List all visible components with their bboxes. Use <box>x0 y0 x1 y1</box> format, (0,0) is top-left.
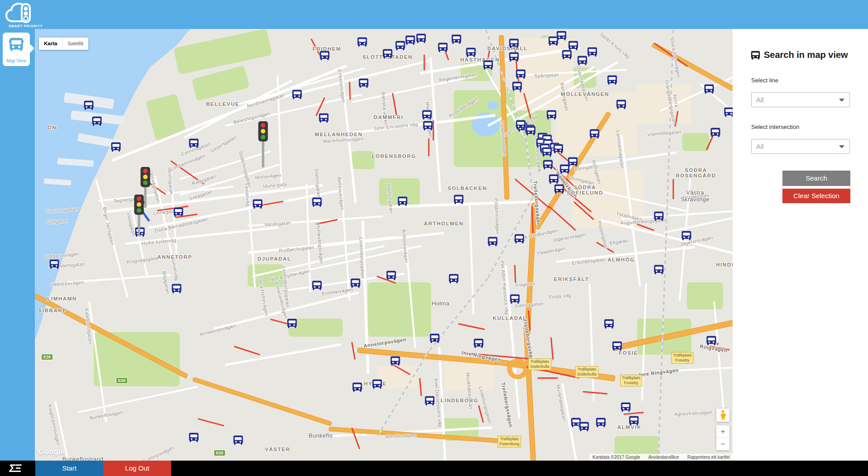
bus-marker[interactable] <box>438 42 448 52</box>
route-segment-red[interactable] <box>351 342 356 360</box>
bus-marker[interactable] <box>483 60 494 70</box>
bus-marker[interactable] <box>509 52 519 62</box>
bus-marker[interactable] <box>111 142 121 152</box>
bus-marker[interactable] <box>454 194 464 205</box>
bus-marker[interactable] <box>547 109 557 120</box>
route-segment-red[interactable] <box>419 378 422 396</box>
bus-marker[interactable] <box>398 196 408 206</box>
search-button[interactable]: Search <box>782 171 850 186</box>
bus-marker[interactable] <box>386 270 397 281</box>
route-segment-red[interactable] <box>673 179 674 200</box>
bus-marker[interactable] <box>319 113 329 123</box>
clear-selection-button[interactable]: Clear Selection <box>782 189 850 203</box>
street-view-pegman[interactable] <box>716 409 729 422</box>
bus-marker[interactable] <box>553 143 564 154</box>
route-segment-red[interactable] <box>551 337 554 360</box>
attribution-terms-link[interactable]: Användarvillkor <box>648 455 679 460</box>
bus-marker[interactable] <box>430 333 440 343</box>
route-segment-red[interactable] <box>623 412 644 415</box>
bus-marker[interactable] <box>92 116 102 126</box>
bus-marker[interactable] <box>233 435 244 445</box>
bus-marker[interactable] <box>590 129 600 139</box>
bus-marker[interactable] <box>512 81 523 91</box>
bus-marker[interactable] <box>612 341 623 351</box>
route-segment-red[interactable] <box>234 346 260 355</box>
bus-marker[interactable] <box>607 75 618 85</box>
bus-marker[interactable] <box>542 147 552 157</box>
bus-marker[interactable] <box>405 35 416 45</box>
bus-marker[interactable] <box>312 197 322 207</box>
route-segment-red[interactable] <box>198 418 225 426</box>
bus-marker[interactable] <box>568 40 579 51</box>
route-segment-red[interactable] <box>428 138 430 157</box>
map[interactable]: RegementsgatanMariedalsvägenLimhamnsväge… <box>35 29 733 461</box>
bus-marker[interactable] <box>556 30 567 41</box>
bus-marker[interactable] <box>383 48 393 59</box>
route-segment-red[interactable] <box>392 93 398 115</box>
bus-marker[interactable] <box>704 84 715 94</box>
traffic-light-marker[interactable] <box>134 195 144 236</box>
bus-marker[interactable] <box>253 199 263 209</box>
bus-marker[interactable] <box>654 211 664 221</box>
route-segment-red[interactable] <box>583 391 608 395</box>
bus-marker[interactable] <box>587 47 598 57</box>
bus-marker[interactable] <box>422 109 432 120</box>
bus-marker[interactable] <box>172 283 182 294</box>
bus-marker[interactable] <box>189 138 199 148</box>
bus-marker[interactable] <box>350 278 361 288</box>
bus-marker[interactable] <box>509 38 519 48</box>
bus-marker[interactable] <box>423 120 433 131</box>
map-type-satellit[interactable]: Satellit <box>62 38 88 50</box>
logout-button[interactable]: Log Out <box>103 461 171 476</box>
bus-marker[interactable] <box>554 184 565 194</box>
bus-marker[interactable] <box>359 78 369 88</box>
sidebar-item-map-view[interactable]: Map View <box>3 33 30 66</box>
bus-marker[interactable] <box>616 99 627 109</box>
select-line-dropdown[interactable]: All <box>751 92 850 107</box>
bus-marker[interactable] <box>189 432 199 443</box>
bus-marker[interactable] <box>488 236 498 247</box>
route-segment-red[interactable] <box>349 81 351 100</box>
bus-marker[interactable] <box>466 47 476 57</box>
bus-marker[interactable] <box>596 417 606 428</box>
bus-marker[interactable] <box>390 356 401 366</box>
bus-marker[interactable] <box>579 421 590 432</box>
bus-marker[interactable] <box>549 174 559 184</box>
bus-marker[interactable] <box>514 233 525 244</box>
bus-marker[interactable] <box>710 127 721 138</box>
bus-marker[interactable] <box>449 273 459 284</box>
bus-marker[interactable] <box>681 230 692 241</box>
bus-marker[interactable] <box>84 100 94 110</box>
bus-marker[interactable] <box>654 264 664 275</box>
bus-marker[interactable] <box>416 33 427 43</box>
bus-marker[interactable] <box>629 415 639 426</box>
route-segment-red[interactable] <box>537 377 558 379</box>
bus-marker[interactable] <box>516 69 526 79</box>
route-segment-red[interactable] <box>458 323 485 330</box>
bus-marker[interactable] <box>312 280 322 290</box>
bus-marker[interactable] <box>724 107 733 117</box>
bus-marker[interactable] <box>474 338 484 348</box>
bus-marker[interactable] <box>562 49 572 60</box>
bus-marker[interactable] <box>173 207 184 217</box>
bus-marker[interactable] <box>706 335 717 346</box>
traffic-light-marker[interactable] <box>258 121 268 167</box>
bus-marker[interactable] <box>526 125 536 136</box>
bus-marker[interactable] <box>510 294 520 304</box>
route-segment-red[interactable] <box>424 55 425 71</box>
bus-marker[interactable] <box>320 50 330 61</box>
zoom-in-button[interactable]: + <box>716 425 729 438</box>
start-button[interactable]: Start <box>35 461 103 476</box>
attribution-report-link[interactable]: Rapportera ett kartfel <box>687 455 730 460</box>
select-intersection-dropdown[interactable]: All <box>751 139 850 154</box>
bus-marker[interactable] <box>604 319 614 329</box>
bus-marker[interactable] <box>577 55 588 66</box>
bus-marker[interactable] <box>357 37 368 47</box>
route-segment-red[interactable] <box>514 265 516 283</box>
bus-marker[interactable] <box>560 164 570 174</box>
zoom-out-button[interactable]: − <box>716 438 729 450</box>
bus-marker[interactable] <box>287 318 297 328</box>
bus-marker[interactable] <box>621 402 631 412</box>
bus-marker[interactable] <box>543 159 553 170</box>
bus-marker[interactable] <box>425 395 435 406</box>
